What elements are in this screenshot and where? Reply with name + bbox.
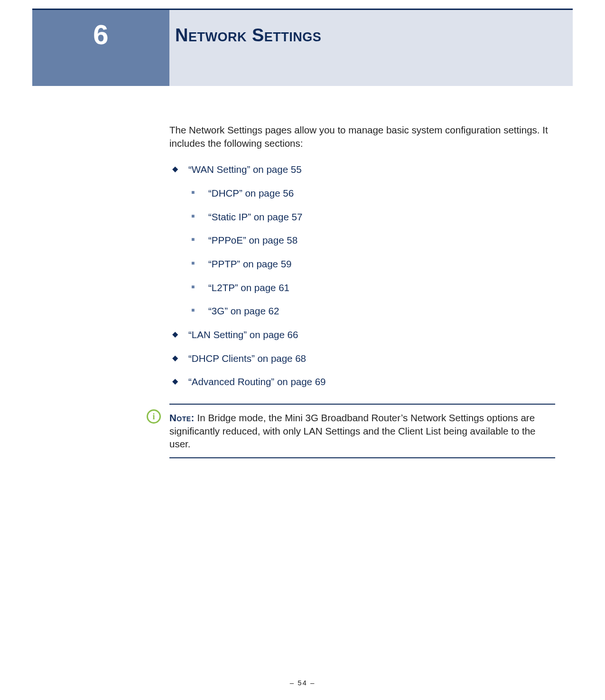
toc-subitem: “Static IP” on page 57 — [188, 210, 555, 224]
toc-subitem: “PPPoE” on page 58 — [188, 234, 555, 247]
note-label: Note: — [169, 412, 195, 423]
intro-paragraph: The Network Settings pages allow you to … — [169, 123, 555, 150]
note-body: In Bridge mode, the Mini 3G Broadband Ro… — [169, 412, 535, 449]
note-text: Note: In Bridge mode, the Mini 3G Broadb… — [169, 411, 555, 451]
toc-list: “WAN Setting” on page 55 “DHCP” on page … — [169, 163, 555, 388]
toc-sublist: “DHCP” on page 56 “Static IP” on page 57… — [188, 187, 555, 318]
toc-item: “LAN Setting” on page 66 — [169, 328, 555, 341]
toc-item: “Advanced Routing” on page 69 — [169, 375, 555, 388]
toc-subitem: “3G” on page 62 — [188, 304, 555, 318]
chapter-banner: 6 Network Settings — [32, 10, 573, 86]
page-number: – 54 – — [0, 679, 605, 687]
xref-link[interactable]: “L2TP” on page 61 — [208, 282, 289, 293]
content-body: The Network Settings pages allow you to … — [169, 123, 555, 458]
note-block: i Note: In Bridge mode, the Mini 3G Broa… — [169, 404, 555, 458]
chapter-title-box: Network Settings — [169, 10, 573, 86]
toc-item: “WAN Setting” on page 55 “DHCP” on page … — [169, 163, 555, 318]
xref-link[interactable]: “Static IP” on page 57 — [208, 211, 302, 222]
toc-subitem: “L2TP” on page 61 — [188, 281, 555, 294]
xref-link[interactable]: “Advanced Routing” on page 69 — [188, 376, 326, 387]
chapter-number-box: 6 — [32, 10, 169, 86]
toc-subitem: “PPTP” on page 59 — [188, 257, 555, 271]
xref-link[interactable]: “DHCP” on page 56 — [208, 188, 294, 199]
toc-item: “DHCP Clients” on page 68 — [169, 352, 555, 365]
chapter-number: 6 — [93, 19, 108, 50]
chapter-title: Network Settings — [175, 25, 573, 46]
xref-link[interactable]: “DHCP Clients” on page 68 — [188, 353, 306, 364]
xref-link[interactable]: “PPTP” on page 59 — [208, 258, 292, 269]
xref-link[interactable]: “PPPoE” on page 58 — [208, 235, 298, 246]
xref-link[interactable]: “WAN Setting” on page 55 — [188, 164, 302, 175]
xref-link[interactable]: “LAN Setting” on page 66 — [188, 329, 298, 340]
xref-link[interactable]: “3G” on page 62 — [208, 305, 279, 316]
toc-subitem: “DHCP” on page 56 — [188, 187, 555, 200]
info-icon: i — [147, 409, 161, 424]
